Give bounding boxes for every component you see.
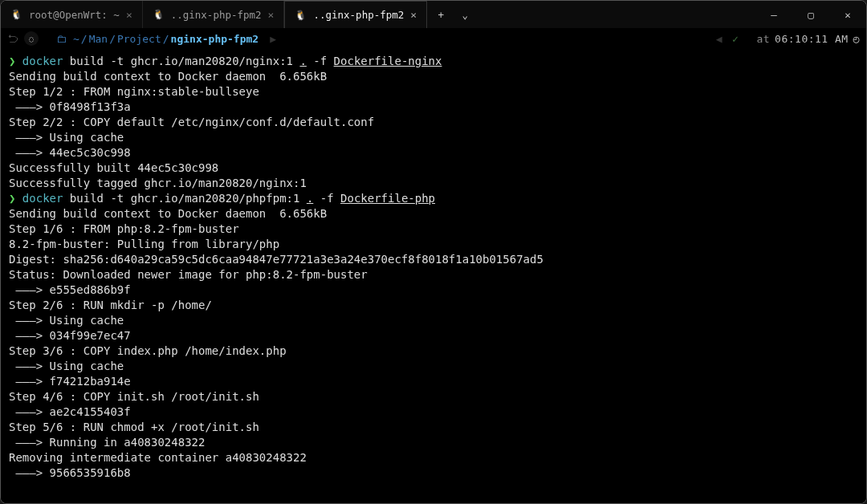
terminal-line: Step 3/6 : COPY index.php /home/index.ph… — [9, 343, 858, 359]
plus-icon: + — [438, 9, 444, 21]
terminal-line: Successfully built 44ec5c30c998 — [9, 161, 858, 176]
breadcrumb: ~/Man/Project/nginx-php-fpm2 — [73, 33, 258, 45]
terminal-line: Sending build context to Docker daemon 6… — [9, 69, 858, 84]
output-text: Step 2/6 : RUN mkdir -p /home/ — [9, 299, 212, 311]
terminal-line: Sending build context to Docker daemon 6… — [9, 206, 858, 222]
output-text: Step 4/6 : COPY init.sh /root/init.sh — [9, 390, 259, 403]
cmd-token: build -t ghcr.io/man20820/phpfpm:1 — [63, 192, 306, 205]
maximize-button[interactable]: ▢ — [792, 1, 829, 28]
step-arrow: ———> — [9, 466, 50, 479]
terminal-line: Step 2/2 : COPY default /etc/nginx/conf.… — [9, 115, 858, 130]
chevron-left-icon: ◀ — [716, 33, 727, 45]
terminal-line: ———> 034f99e7ec47 — [9, 328, 858, 343]
maximize-icon: ▢ — [808, 9, 814, 21]
terminal-line: 8.2-fpm-buster: Pulling from library/php — [9, 237, 858, 252]
terminal-line: Step 4/6 : COPY init.sh /root/init.sh — [9, 389, 858, 404]
tab-close-button[interactable]: × — [126, 10, 132, 20]
terminal-line: Removing intermediate container a4083024… — [9, 450, 858, 465]
output-text: Step 3/6 : COPY index.php /home/index.ph… — [9, 344, 287, 357]
terminal-output[interactable]: ❯ docker build -t ghcr.io/man20820/nginx… — [1, 49, 866, 503]
terminal-line: Status: Downloaded newer image for php:8… — [9, 267, 858, 282]
output-text: Removing intermediate container a4083024… — [9, 451, 307, 464]
terminal-line: Step 2/6 : RUN mkdir -p /home/ — [9, 298, 858, 313]
output-text: Using cache — [50, 314, 124, 327]
output-text: Successfully built 44ec5c30c998 — [9, 161, 218, 174]
output-text: Step 1/6 : FROM php:8.2-fpm-buster — [9, 222, 239, 235]
step-arrow: ———> — [9, 405, 50, 418]
tux-icon: 🐧 — [10, 10, 22, 19]
output-text: ae2c4155403f — [50, 405, 131, 418]
minimize-icon: — — [771, 9, 777, 21]
output-text: Running in a40830248322 — [50, 436, 206, 449]
tab-title: ..ginx-php-fpm2 — [313, 9, 404, 21]
terminal-line: ———> Using cache — [9, 313, 858, 328]
titlebar: 🐧root@OpenWrt: ~×🐧..ginx-php-fpm2×🐧..gin… — [1, 1, 866, 28]
tab-close-button[interactable]: × — [410, 10, 417, 20]
terminal-line: ———> ae2c4155403f — [9, 404, 858, 420]
step-arrow: ———> — [9, 100, 50, 113]
terminal-line: ———> e555ed886b9f — [9, 282, 858, 298]
output-text: 034f99e7ec47 — [50, 329, 131, 342]
step-arrow: ———> — [9, 283, 50, 296]
statusbar-time: ◀ ✓ at 06:10:11 AM ◴ — [716, 33, 860, 45]
cmd-token: -f — [307, 55, 334, 67]
step-arrow: ———> — [9, 329, 50, 342]
tab-0[interactable]: 🐧root@OpenWrt: ~× — [1, 1, 143, 28]
terminal-line: ———> Using cache — [9, 130, 858, 145]
statusbar: ⮌ ◌ 🗀 ~/Man/Project/nginx-php-fpm2 ▶ ◀ ✓… — [1, 28, 866, 49]
output-text: Using cache — [50, 360, 124, 372]
cmd-token: docker — [22, 192, 63, 205]
terminal-line: ———> f74212ba914e — [9, 374, 858, 389]
breadcrumb-segment[interactable]: Man — [89, 33, 108, 45]
chevron-right-icon: ▶ — [265, 33, 276, 45]
output-text: Using cache — [50, 131, 124, 144]
step-arrow: ———> — [9, 131, 50, 144]
output-text: 44ec5c30c998 — [50, 146, 131, 159]
step-arrow: ———> — [9, 375, 50, 388]
breadcrumb-separator: / — [108, 33, 117, 45]
cmd-token: build -t ghcr.io/man20820/nginx:1 — [63, 55, 299, 67]
output-text: Step 1/2 : FROM nginx:stable-bullseye — [9, 85, 259, 98]
tab-dropdown-button[interactable]: ⌄ — [454, 1, 475, 28]
output-text: Successfully tagged ghcr.io/man20820/ngi… — [9, 177, 307, 189]
os-badge: ◌ — [24, 31, 39, 46]
terminal-line: ———> Running in a40830248322 — [9, 435, 858, 450]
terminal-line: Digest: sha256:d640a29ca59c5dc6caa94847e… — [9, 252, 858, 267]
breadcrumb-segment[interactable]: Project — [117, 33, 161, 45]
output-text: f74212ba914e — [50, 375, 131, 388]
ubuntu-icon: ◌ — [29, 35, 34, 43]
time-value: 06:10:11 AM — [775, 33, 849, 45]
prompt-icon: ❯ — [9, 55, 22, 67]
output-text: Sending build context to Docker daemon 6… — [9, 70, 327, 83]
terminal-line: Successfully tagged ghcr.io/man20820/ngi… — [9, 176, 858, 191]
output-text: Step 5/6 : RUN chmod +x /root/init.sh — [9, 421, 259, 433]
terminal-line: ———> 0f8498f13f3a — [9, 100, 858, 115]
breadcrumb-segment[interactable]: ~ — [73, 33, 79, 45]
new-tab-button[interactable]: + — [427, 1, 454, 28]
tab-1[interactable]: 🐧..ginx-php-fpm2× — [143, 1, 285, 28]
step-arrow: ———> — [9, 360, 50, 372]
statusbar-left: ⮌ ◌ 🗀 ~/Man/Project/nginx-php-fpm2 ▶ — [7, 31, 276, 46]
clock-icon: ◴ — [853, 33, 860, 45]
minimize-button[interactable]: — — [755, 1, 792, 28]
tab-2[interactable]: 🐧..ginx-php-fpm2× — [284, 1, 427, 28]
terminal-line: ❯ docker build -t ghcr.io/man20820/nginx… — [9, 54, 858, 69]
titlebar-drag[interactable] — [475, 1, 755, 28]
output-text: 0f8498f13f3a — [50, 100, 131, 113]
output-text: Step 2/2 : COPY default /etc/nginx/conf.… — [9, 116, 374, 128]
cmd-token: docker — [22, 55, 63, 67]
terminal-line: Step 1/6 : FROM php:8.2-fpm-buster — [9, 222, 858, 237]
output-text: 9566535916b8 — [50, 466, 131, 479]
breadcrumb-separator: / — [79, 33, 89, 45]
breadcrumb-segment[interactable]: nginx-php-fpm2 — [171, 33, 259, 45]
window-controls: — ▢ ✕ — [755, 1, 866, 28]
status-ok-icon: ✓ — [732, 33, 739, 45]
cmd-token: -f — [313, 192, 340, 205]
tab-close-button[interactable]: × — [268, 10, 275, 20]
terminal-line: ———> 9566535916b8 — [9, 465, 858, 481]
back-button[interactable]: ⮌ — [7, 33, 18, 45]
close-button[interactable]: ✕ — [829, 1, 866, 28]
cmd-token: Dockerfile-php — [340, 192, 435, 205]
cmd-token: . — [299, 55, 306, 67]
terminal-line: ———> 44ec5c30c998 — [9, 145, 858, 161]
